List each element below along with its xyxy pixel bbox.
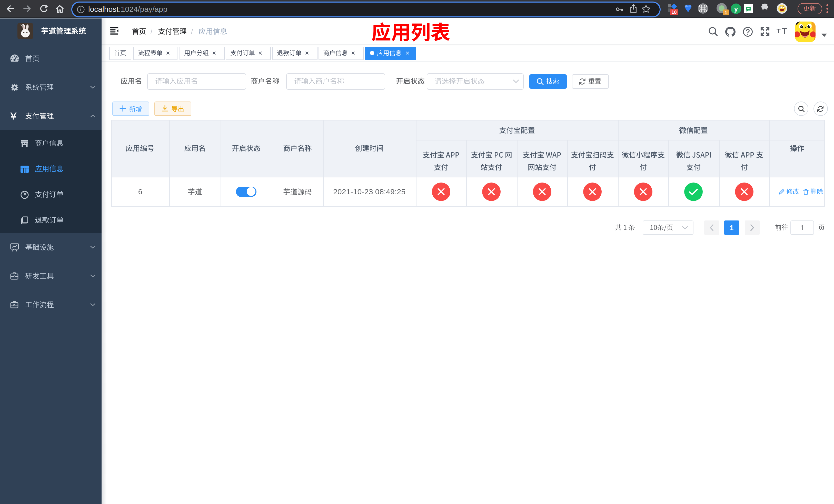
svg-text:1: 1 bbox=[724, 10, 727, 15]
svg-text:y: y bbox=[734, 5, 738, 13]
svg-text:10: 10 bbox=[672, 10, 677, 15]
